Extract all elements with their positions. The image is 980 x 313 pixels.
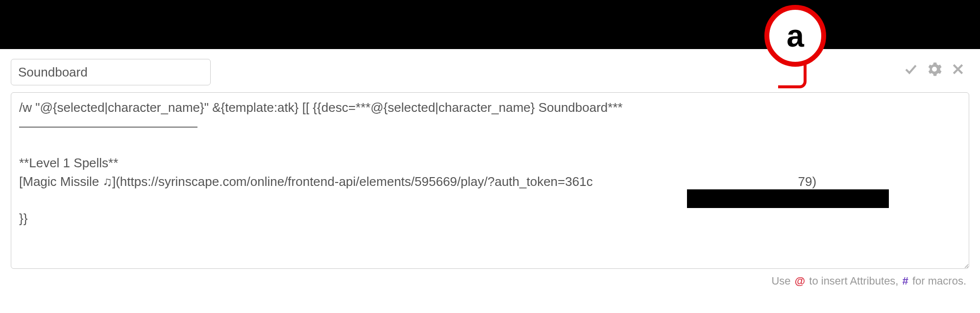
settings-button[interactable] — [927, 62, 942, 77]
close-button[interactable] — [951, 62, 965, 77]
footer-attr-text: to insert Attributes, — [809, 275, 901, 287]
macro-body-textarea[interactable] — [11, 92, 969, 269]
top-black-bar — [0, 0, 980, 49]
gear-icon — [927, 62, 942, 77]
check-icon — [904, 62, 918, 77]
x-icon — [951, 62, 965, 77]
footer-prefix: Use — [771, 275, 793, 287]
macro-name-input[interactable] — [11, 59, 211, 85]
attribute-symbol: @ — [794, 275, 806, 287]
footer-macro-text: for macros. — [912, 275, 966, 287]
macro-editor-panel: a Use @ — [0, 49, 980, 292]
header-row — [11, 59, 969, 85]
confirm-button[interactable] — [904, 62, 918, 77]
macro-textarea-wrapper — [11, 92, 969, 271]
action-icons — [904, 62, 965, 77]
footer-hint: Use @ to insert Attributes, # for macros… — [11, 275, 969, 287]
macro-symbol: # — [902, 275, 909, 287]
